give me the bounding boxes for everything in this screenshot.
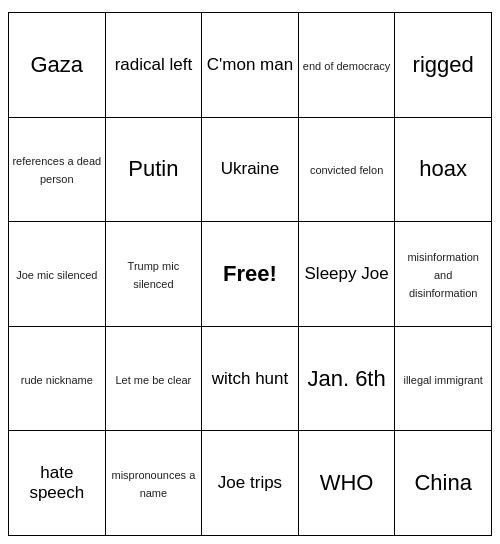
cell-r3-c2[interactable]: witch hunt [202, 326, 299, 431]
cell-r3-c3[interactable]: Jan. 6th [298, 326, 395, 431]
cell-r0-c2[interactable]: C'mon man [202, 13, 299, 118]
cell-r0-c3[interactable]: end of democracy [298, 13, 395, 118]
cell-r2-c1[interactable]: Trump mic silenced [105, 222, 202, 327]
cell-r3-c1[interactable]: Let me be clear [105, 326, 202, 431]
cell-r4-c3[interactable]: WHO [298, 431, 395, 536]
cell-r0-c4[interactable]: rigged [395, 13, 492, 118]
cell-r4-c2[interactable]: Joe trips [202, 431, 299, 536]
cell-r1-c1[interactable]: Putin [105, 117, 202, 222]
cell-r3-c0[interactable]: rude nickname [9, 326, 106, 431]
cell-r0-c1[interactable]: radical left [105, 13, 202, 118]
cell-r2-c0[interactable]: Joe mic silenced [9, 222, 106, 327]
cell-r1-c0[interactable]: references a dead person [9, 117, 106, 222]
cell-r1-c4[interactable]: hoax [395, 117, 492, 222]
cell-r2-c2[interactable]: Free! [202, 222, 299, 327]
cell-r4-c0[interactable]: hate speech [9, 431, 106, 536]
cell-r3-c4[interactable]: illegal immigrant [395, 326, 492, 431]
cell-r1-c3[interactable]: convicted felon [298, 117, 395, 222]
cell-r1-c2[interactable]: Ukraine [202, 117, 299, 222]
cell-r2-c4[interactable]: misinformation and disinformation [395, 222, 492, 327]
cell-r4-c4[interactable]: China [395, 431, 492, 536]
cell-r4-c1[interactable]: mispronounces a name [105, 431, 202, 536]
cell-r2-c3[interactable]: Sleepy Joe [298, 222, 395, 327]
cell-r0-c0[interactable]: Gaza [9, 13, 106, 118]
bingo-grid: Gazaradical leftC'mon manend of democrac… [8, 12, 492, 536]
